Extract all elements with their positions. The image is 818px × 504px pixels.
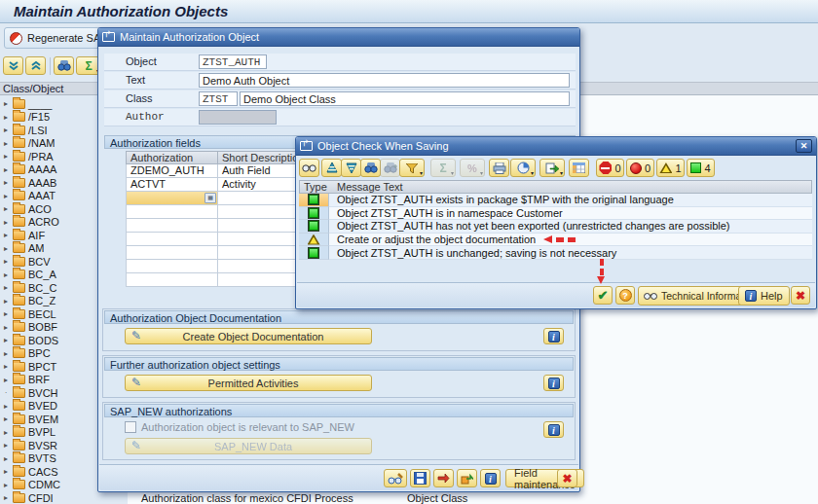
expander-icon[interactable]: ▸ — [2, 376, 10, 384]
expander-icon[interactable]: ▸ — [2, 402, 10, 411]
find-icon[interactable] — [360, 159, 381, 177]
author-field-row: Author — [104, 109, 576, 126]
expander-icon[interactable]: ▸ — [2, 113, 10, 122]
close-icon[interactable]: ✕ — [796, 139, 812, 153]
views-icon[interactable]: ▾ — [510, 159, 536, 177]
find-next-icon[interactable] — [380, 159, 400, 177]
tree-item-label: BECL — [28, 308, 56, 320]
expander-icon[interactable]: ▸ — [2, 126, 10, 134]
settings-info-button[interactable]: i — [543, 375, 564, 391]
expander-icon[interactable]: ▸ — [2, 467, 10, 476]
dialog-title-bar[interactable]: Maintain Authorization Object — [98, 28, 579, 47]
expander-icon[interactable]: ▸ — [2, 336, 10, 344]
check-dialog-title-bar[interactable]: Object Check When Saving ✕ — [296, 137, 816, 156]
cancel-icon[interactable]: ✖ — [791, 286, 810, 305]
expander-icon[interactable]: ▸ — [2, 257, 10, 266]
message-row[interactable]: Object ZTST_AUTH exists in package $TMP … — [299, 194, 812, 207]
expander-icon[interactable]: ▸ — [2, 297, 10, 306]
auth-field-cell[interactable]: ACTVT — [126, 178, 217, 192]
message-count-button[interactable]: 1 — [656, 159, 685, 177]
message-type-cell[interactable] — [299, 194, 329, 207]
sapnew-checkbox[interactable] — [125, 421, 136, 433]
selected-input-cell[interactable]: ▦ — [126, 192, 217, 205]
filter-icon[interactable]: ▾ — [399, 159, 425, 177]
sapnew-data-button[interactable]: ✎ SAP_NEW Data — [125, 438, 372, 454]
expander-icon[interactable]: ▸ — [2, 165, 10, 174]
message-type-cell[interactable] — [299, 246, 329, 260]
expander-icon[interactable]: ▸ — [2, 349, 10, 358]
expander-icon[interactable]: ▸ — [2, 218, 10, 227]
confirm-icon[interactable]: ✔ — [593, 286, 613, 305]
matchcode-icon[interactable]: ▦ — [204, 193, 216, 203]
expander-icon[interactable]: ▸ — [2, 270, 10, 279]
expander-icon[interactable]: ▸ — [2, 414, 10, 423]
message-row[interactable]: Object ZTST_AUTH has not yet been export… — [299, 220, 812, 234]
expander-icon[interactable]: ▸ — [2, 309, 10, 318]
display-change-icon[interactable] — [384, 469, 407, 487]
expander-icon[interactable]: ▸ — [2, 323, 10, 332]
text-input[interactable]: Demo Auth Object — [199, 73, 570, 88]
message-count-button[interactable]: 0 — [596, 159, 624, 177]
folder-icon — [13, 388, 25, 398]
message-row[interactable]: Object ZTST_AUTH is in namespace Custome… — [299, 207, 812, 221]
print-icon[interactable] — [489, 159, 509, 177]
sort-descending-icon[interactable] — [341, 159, 361, 177]
red-arrow-annotation — [543, 235, 578, 244]
type-column-header[interactable]: Type — [304, 181, 327, 193]
message-row[interactable]: Object ZTST_AUTH is unchanged; saving is… — [299, 246, 812, 260]
expander-icon[interactable]: ▸ — [2, 178, 10, 187]
find-icon[interactable] — [54, 56, 74, 75]
help-button[interactable]: i Help — [738, 286, 790, 306]
message-column-header[interactable]: Message Text — [337, 181, 403, 193]
detail-icon[interactable] — [299, 159, 319, 177]
expander-icon[interactable]: ▸ — [2, 139, 10, 148]
message-row[interactable]: Create or adjust the object documentatio… — [299, 234, 812, 247]
sort-ascending-icon[interactable] — [321, 159, 342, 177]
expander-icon[interactable]: ▸ — [2, 441, 10, 450]
grid-layout-icon[interactable] — [569, 159, 589, 177]
screen-title-bar: Maintain Authorization Objects — [0, 0, 818, 23]
transport-arrows-icon[interactable] — [433, 469, 454, 487]
sum-icon[interactable]: Σ▾ — [430, 159, 456, 177]
create-object-documentation-button[interactable]: ✎ Create Object Documentation — [125, 328, 372, 344]
sapnew-info-button[interactable]: i — [543, 421, 564, 438]
message-count-button[interactable]: 0 — [626, 159, 654, 177]
expander-icon[interactable]: ▸ — [2, 283, 10, 292]
column-header-field[interactable]: Authorization Field — [126, 151, 217, 164]
collapse-all-icon[interactable] — [25, 56, 46, 75]
expander-icon[interactable]: ▸ — [2, 481, 10, 489]
class-code-input[interactable]: ZTST — [199, 91, 238, 106]
object-input[interactable]: ZTST_AUTH — [199, 54, 267, 69]
expander-icon[interactable]: ▸ — [2, 99, 10, 108]
tree-item-label: /NAM — [28, 137, 56, 149]
folder-icon — [13, 270, 25, 279]
expand-all-icon[interactable] — [3, 56, 23, 75]
footer-info-button[interactable]: i — [480, 469, 501, 487]
message-type-cell[interactable] — [299, 207, 329, 221]
save-icon[interactable] — [410, 469, 430, 487]
message-type-cell[interactable] — [299, 234, 329, 247]
expander-icon[interactable]: ▸ — [2, 428, 10, 437]
expander-icon[interactable]: ▸ — [2, 244, 10, 253]
tree-item-label: AM — [28, 242, 45, 254]
percent-icon[interactable]: %▾ — [460, 159, 485, 177]
expander-icon[interactable]: ▸ — [2, 152, 10, 161]
cancel-icon[interactable]: ✖ — [557, 469, 577, 487]
message-count-button[interactable]: 4 — [687, 159, 715, 177]
expander-icon[interactable]: · — [2, 388, 10, 397]
where-used-icon[interactable] — [457, 469, 477, 487]
class-text-input[interactable]: Demo Object Class — [240, 91, 570, 106]
expander-icon[interactable]: ▸ — [2, 192, 10, 200]
expander-icon[interactable]: ▸ — [2, 362, 10, 371]
doc-info-button[interactable]: i — [543, 328, 564, 344]
expander-icon[interactable]: ▸ — [2, 454, 10, 463]
expander-icon[interactable]: ▸ — [2, 231, 10, 239]
expander-icon[interactable]: ▸ — [2, 204, 10, 213]
export-icon[interactable]: ▾ — [539, 159, 565, 177]
auth-field-cell[interactable]: ZDEMO_AUTH — [126, 164, 217, 178]
message-type-cell[interactable] — [299, 220, 329, 234]
author-input[interactable] — [199, 110, 277, 125]
permitted-activities-button[interactable]: ✎ Permitted Activities — [125, 375, 372, 391]
message-text: Object ZTST_AUTH has not yet been export… — [329, 220, 812, 234]
question-icon[interactable]: ? — [615, 286, 635, 305]
